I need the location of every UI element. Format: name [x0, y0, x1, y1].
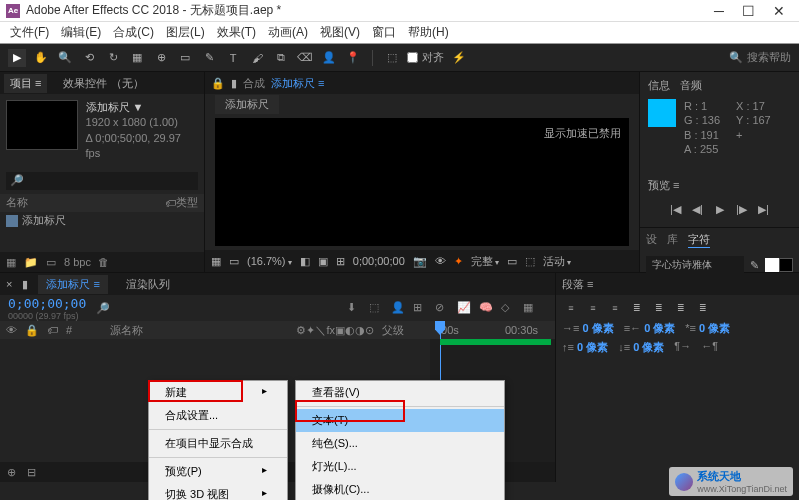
project-search[interactable]: 🔎 [6, 172, 198, 190]
text-direction-rtl-icon[interactable]: ←¶ [701, 340, 718, 355]
anchor-tool[interactable]: ⊕ [152, 49, 170, 67]
tab-project[interactable]: 项目 ≡ [4, 74, 47, 93]
color-mgmt-icon[interactable]: ✦ [454, 255, 463, 268]
guide-icon[interactable]: ⊞ [336, 255, 345, 268]
justify-all-icon[interactable]: ≣ [694, 301, 712, 315]
timeline-close-icon[interactable]: × [6, 278, 12, 290]
mask-icon[interactable]: ▣ [318, 255, 328, 268]
bpc-button[interactable]: 8 bpc [64, 256, 91, 268]
shy-icon[interactable]: 👤 [391, 301, 405, 315]
menu-help[interactable]: 帮助(H) [404, 22, 453, 43]
zoom-tool[interactable]: 🔍 [56, 49, 74, 67]
lock-column-icon[interactable]: 🔒 [25, 324, 39, 337]
tab-library[interactable]: 库 [667, 232, 678, 248]
selection-tool[interactable]: ▶ [8, 49, 26, 67]
label-icon[interactable]: 🏷 [165, 197, 176, 209]
view-layout-icon[interactable]: ▭ [507, 255, 517, 268]
layer-switches-icon[interactable]: ▦ [523, 301, 537, 315]
menu-file[interactable]: 文件(F) [6, 22, 53, 43]
timeline-tab-render[interactable]: 渲染队列 [118, 275, 178, 294]
align-left-icon[interactable]: ≡ [562, 301, 580, 315]
rotate-tool[interactable]: ↻ [104, 49, 122, 67]
new-folder-icon[interactable]: 📁 [24, 255, 38, 269]
indent-first[interactable]: 0 像素 [699, 322, 730, 334]
menu-layer[interactable]: 图层(L) [162, 22, 209, 43]
source-name-column[interactable]: 源名称 [110, 323, 288, 338]
label-column-icon[interactable]: 🏷 [47, 324, 58, 336]
justify-center-icon[interactable]: ≣ [650, 301, 668, 315]
menu-item-switch3d[interactable]: 切换 3D 视图 [149, 483, 287, 500]
lock-icon[interactable]: 🔒 [211, 77, 225, 90]
clone-tool[interactable]: ⧉ [272, 49, 290, 67]
space-before[interactable]: 0 像素 [577, 341, 608, 353]
submenu-item-light[interactable]: 灯光(L)... [296, 455, 504, 478]
delete-icon[interactable]: 🗑 [97, 255, 111, 269]
snap-options-icon[interactable]: ⚡ [450, 49, 468, 67]
puppet-tool[interactable]: 📍 [344, 49, 362, 67]
snapshot-icon[interactable]: 📷 [413, 255, 427, 268]
align-right-icon[interactable]: ≡ [606, 301, 624, 315]
menu-edit[interactable]: 编辑(E) [57, 22, 105, 43]
active-camera-dropdown[interactable]: 活动 [543, 254, 571, 269]
submenu-item-solid[interactable]: 纯色(S)... [296, 432, 504, 455]
tab-settings[interactable]: 设 [646, 232, 657, 248]
parent-column[interactable]: 父级 [382, 323, 404, 338]
zoom-dropdown[interactable]: (16.7%) [247, 255, 292, 267]
work-area-bar[interactable] [440, 339, 551, 345]
pen-tool[interactable]: ✎ [200, 49, 218, 67]
tab-info[interactable]: 信息 [648, 78, 670, 93]
toggle-switches-icon[interactable]: ⊕ [4, 465, 18, 479]
play-button[interactable]: ▶ [712, 201, 728, 217]
show-snapshot-icon[interactable]: 👁 [435, 255, 446, 267]
tab-audio[interactable]: 音频 [680, 78, 702, 93]
font-family-dropdown[interactable]: 字心坊诗雅体 [646, 256, 744, 274]
brush-tool[interactable]: 🖌 [248, 49, 266, 67]
viewer-subtab[interactable]: 添加标尺 [215, 95, 279, 114]
menu-window[interactable]: 窗口 [368, 22, 400, 43]
space-after[interactable]: 0 像素 [633, 341, 664, 353]
col-name[interactable]: 名称 [6, 195, 165, 210]
current-timecode[interactable]: 0;00;00;00 [8, 296, 86, 311]
hand-tool[interactable]: ✋ [32, 49, 50, 67]
eraser-tool[interactable]: ⌫ [296, 49, 314, 67]
text-direction-ltr-icon[interactable]: ¶→ [674, 340, 691, 355]
viewport[interactable]: 显示加速已禁用 [215, 118, 629, 246]
switches-icon[interactable]: ⚙✦＼fx▣◐◑⊙ [296, 323, 374, 338]
menu-composition[interactable]: 合成(C) [109, 22, 158, 43]
comp-mini-flowchart-icon[interactable]: ⬇ [347, 301, 361, 315]
resolution-icon[interactable]: ▭ [229, 255, 239, 268]
menu-item-new[interactable]: 新建 [149, 381, 287, 404]
prev-frame-button[interactable]: ◀| [690, 201, 706, 217]
align-center-icon[interactable]: ≡ [584, 301, 602, 315]
tab-paragraph[interactable]: 段落 ≡ [562, 277, 593, 292]
eyedropper-icon[interactable]: ✎ [750, 259, 759, 272]
channel-icon[interactable]: ◧ [300, 255, 310, 268]
time-ruler[interactable]: :00s 00:30s [430, 321, 555, 339]
camera-tool[interactable]: ▦ [128, 49, 146, 67]
text-tool[interactable]: T [224, 49, 242, 67]
grid-icon[interactable]: ▦ [211, 255, 221, 268]
submenu-item-viewer[interactable]: 查看器(V) [296, 381, 504, 404]
justify-right-icon[interactable]: ≣ [672, 301, 690, 315]
timecode-display[interactable]: 0;00;00;00 [353, 255, 405, 267]
indent-right[interactable]: 0 像素 [644, 322, 675, 334]
frame-blend-icon[interactable]: ⊞ [413, 301, 427, 315]
tab-preview[interactable]: 预览 ≡ [648, 179, 679, 191]
last-frame-button[interactable]: ▶| [756, 201, 772, 217]
tab-character[interactable]: 字符 [688, 232, 710, 248]
roto-tool[interactable]: 👤 [320, 49, 338, 67]
tab-effect-controls[interactable]: 效果控件 （无） [57, 74, 149, 93]
local-axis-icon[interactable]: ⬚ [383, 49, 401, 67]
quality-dropdown[interactable]: 完整 [471, 254, 499, 269]
project-item[interactable]: 添加标尺 [0, 212, 204, 230]
motion-blur-icon[interactable]: ⊘ [435, 301, 449, 315]
menu-view[interactable]: 视图(V) [316, 22, 364, 43]
fill-color-swatch[interactable] [765, 258, 779, 272]
graph-editor-icon[interactable]: 📈 [457, 301, 471, 315]
submenu-item-camera[interactable]: 摄像机(C)... [296, 478, 504, 500]
menu-item-comp-settings[interactable]: 合成设置... [149, 404, 287, 427]
brainstorm-icon[interactable]: 🧠 [479, 301, 493, 315]
orbit-tool[interactable]: ⟲ [80, 49, 98, 67]
auto-keyframe-icon[interactable]: ◇ [501, 301, 515, 315]
help-search[interactable]: 🔍搜索帮助 [729, 50, 791, 65]
